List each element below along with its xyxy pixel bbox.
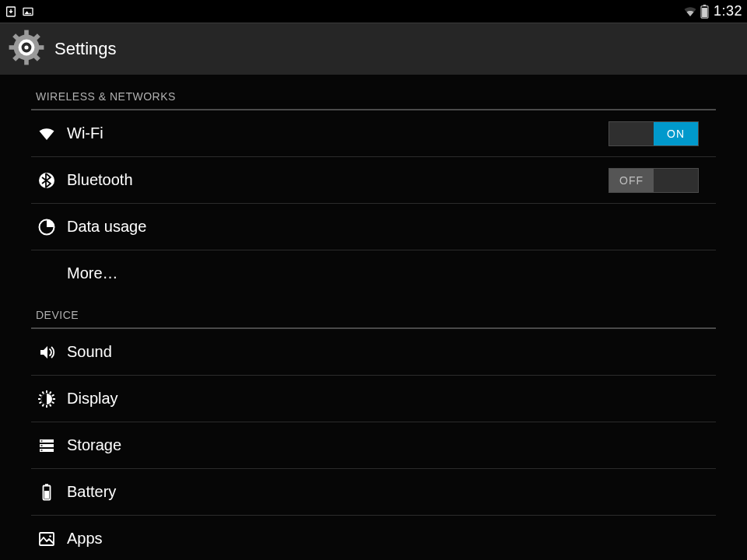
item-more[interactable]: More… xyxy=(0,250,747,296)
svg-rect-35 xyxy=(41,440,43,441)
svg-rect-30 xyxy=(39,394,42,396)
item-wifi[interactable]: Wi-Fi ON xyxy=(0,110,747,156)
item-bluetooth[interactable]: Bluetooth OFF xyxy=(0,157,747,203)
data-usage-icon xyxy=(31,218,67,236)
item-display[interactable]: Display xyxy=(0,376,747,422)
svg-rect-29 xyxy=(38,398,40,400)
wifi-status-icon xyxy=(683,5,697,19)
app-title: Settings xyxy=(54,39,117,59)
svg-rect-40 xyxy=(44,491,49,499)
toggle-on-side xyxy=(654,169,698,192)
section-header-wireless: WIRELESS & NETWORKS xyxy=(0,78,747,106)
download-icon xyxy=(5,5,17,18)
sound-icon xyxy=(31,343,67,362)
svg-rect-39 xyxy=(45,484,48,485)
item-label: More… xyxy=(67,264,716,282)
item-label: Display xyxy=(67,390,716,408)
svg-rect-20 xyxy=(46,390,47,393)
svg-rect-3 xyxy=(703,5,707,6)
toggle-on-side: ON xyxy=(654,122,698,145)
svg-rect-4 xyxy=(702,8,707,17)
settings-list: WIRELESS & NETWORKS Wi-Fi ON Bluetooth O… xyxy=(0,75,747,560)
svg-rect-6 xyxy=(24,30,29,37)
settings-gear-icon xyxy=(8,29,45,69)
toggle-off-side xyxy=(609,122,654,145)
item-label: Wi-Fi xyxy=(67,124,608,142)
svg-point-42 xyxy=(49,535,51,537)
image-notification-icon xyxy=(22,5,34,18)
action-bar: Settings xyxy=(0,23,747,75)
svg-rect-37 xyxy=(41,450,43,450)
item-label: Apps xyxy=(67,530,716,548)
apps-icon xyxy=(31,530,67,548)
storage-icon xyxy=(31,436,67,455)
svg-rect-36 xyxy=(41,445,43,446)
svg-rect-26 xyxy=(46,404,47,407)
item-label: Battery xyxy=(67,483,716,501)
item-storage[interactable]: Storage xyxy=(0,422,747,468)
bluetooth-toggle[interactable]: OFF xyxy=(608,168,699,193)
svg-rect-8 xyxy=(37,45,44,50)
toggle-off-side: OFF xyxy=(609,169,654,192)
item-data-usage[interactable]: Data usage xyxy=(0,204,747,250)
section-header-device: DEVICE xyxy=(0,296,747,324)
display-icon xyxy=(31,390,67,408)
item-apps[interactable]: Apps xyxy=(0,516,747,560)
status-right-icons: 1:32 xyxy=(683,3,742,19)
bluetooth-icon xyxy=(31,171,67,190)
svg-rect-31 xyxy=(42,390,44,394)
svg-rect-27 xyxy=(42,404,44,407)
svg-rect-10 xyxy=(24,58,29,65)
item-label: Sound xyxy=(67,343,716,361)
item-sound[interactable]: Sound xyxy=(0,329,747,375)
wifi-icon xyxy=(31,124,67,143)
status-bar: 1:32 xyxy=(0,0,747,23)
item-label: Data usage xyxy=(67,218,716,236)
item-battery[interactable]: Battery xyxy=(0,469,747,515)
svg-point-16 xyxy=(24,45,28,49)
svg-rect-22 xyxy=(51,394,54,396)
svg-rect-21 xyxy=(49,390,51,394)
svg-rect-24 xyxy=(51,401,54,404)
battery-icon xyxy=(31,483,67,502)
svg-rect-23 xyxy=(53,398,55,400)
battery-status-icon xyxy=(700,5,709,19)
item-label: Bluetooth xyxy=(67,171,608,189)
wifi-toggle[interactable]: ON xyxy=(608,121,699,146)
status-left-icons xyxy=(5,5,34,18)
svg-rect-28 xyxy=(39,401,42,404)
svg-rect-12 xyxy=(9,45,16,50)
item-label: Storage xyxy=(67,436,716,454)
svg-rect-25 xyxy=(49,404,51,407)
status-clock: 1:32 xyxy=(714,3,742,19)
